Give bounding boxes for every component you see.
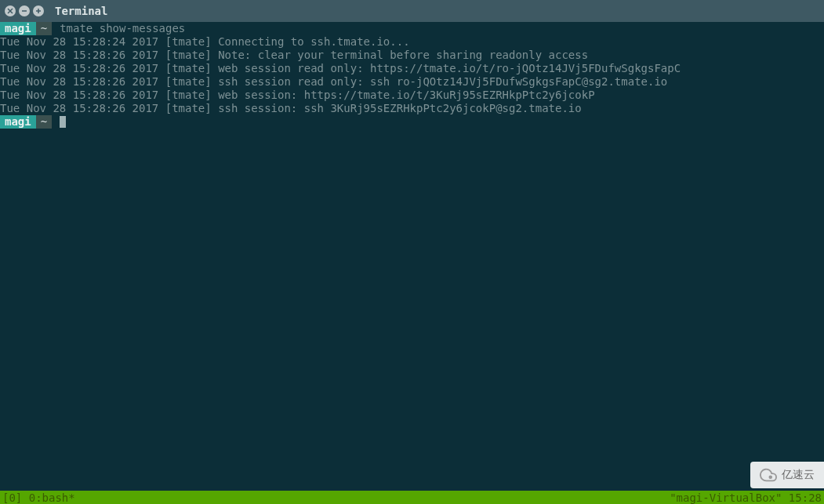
window-controls: [5, 5, 44, 16]
maximize-button[interactable]: [33, 5, 44, 16]
prompt-user: magi: [0, 115, 36, 129]
prompt-command: tmate show-messages: [60, 22, 185, 35]
tmux-statusbar: [0] 0:bash* "magi-VirtualBox" 15:28: [0, 491, 824, 504]
prompt-line: magi ~: [0, 115, 824, 129]
minimize-button[interactable]: [19, 5, 30, 16]
prompt-path: ~: [36, 115, 52, 129]
output-line: Tue Nov 28 15:28:26 2017 [tmate] web ses…: [0, 89, 824, 102]
output-line: Tue Nov 28 15:28:26 2017 [tmate] ssh ses…: [0, 102, 824, 115]
cloud-icon: [760, 466, 777, 484]
watermark: 亿速云: [750, 462, 824, 488]
close-button[interactable]: [5, 5, 16, 16]
prompt-user: magi: [0, 22, 36, 35]
output-line: Tue Nov 28 15:28:26 2017 [tmate] Note: c…: [0, 49, 824, 62]
output-line: Tue Nov 28 15:28:26 2017 [tmate] web ses…: [0, 62, 824, 75]
watermark-text: 亿速云: [782, 468, 815, 482]
minimize-icon: [21, 8, 27, 14]
maximize-icon: [35, 8, 42, 14]
statusbar-left: [0] 0:bash*: [2, 491, 75, 504]
statusbar-right: "magi-VirtualBox" 15:28: [670, 491, 822, 504]
window-title: Terminal: [55, 5, 107, 17]
prompt-path: ~: [36, 22, 52, 35]
close-icon: [7, 8, 13, 14]
output-line: Tue Nov 28 15:28:26 2017 [tmate] ssh ses…: [0, 75, 824, 89]
terminal-cursor: [60, 116, 66, 128]
output-line: Tue Nov 28 15:28:24 2017 [tmate] Connect…: [0, 35, 824, 49]
svg-point-5: [769, 476, 771, 478]
window-titlebar: Terminal: [0, 0, 824, 22]
prompt-line: magi ~ tmate show-messages: [0, 22, 824, 35]
terminal-content[interactable]: magi ~ tmate show-messages Tue Nov 28 15…: [0, 22, 824, 491]
